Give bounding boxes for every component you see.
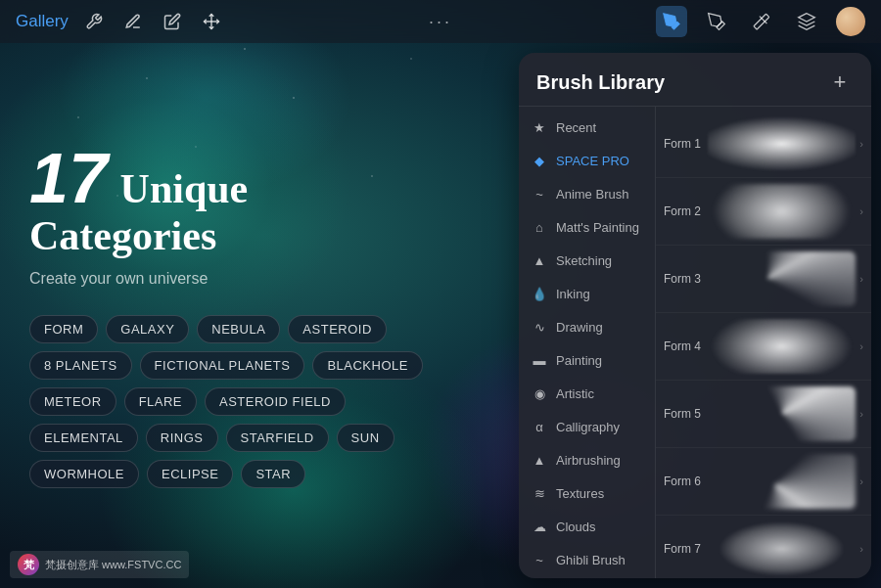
brush-category-matt's-painting[interactable]: ⌂ Matt's Painting	[519, 210, 655, 244]
brush-cat-icon: ⌂	[531, 218, 548, 236]
brush-item[interactable]: Form 5 ›	[656, 381, 871, 448]
watermark-logo: 梵	[18, 554, 39, 575]
headline-number: 17	[29, 139, 108, 217]
tag-item[interactable]: RINGS	[146, 424, 218, 452]
brush-body: ★ Recent ◆ SPACE PRO ~ Anime Brush ⌂ Mat…	[519, 107, 871, 578]
brush-cat-label: Anime Brush	[556, 187, 628, 202]
brush-category-recent[interactable]: ★ Recent	[519, 111, 655, 144]
brush-item[interactable]: Form 7 ›	[656, 516, 871, 578]
brush-cat-label: Painting	[556, 353, 602, 368]
brush-category-painting[interactable]: ▬ Painting	[519, 343, 655, 377]
tag-item[interactable]: ELEMENTAL	[29, 424, 138, 452]
brush-label: Form 6	[664, 475, 708, 488]
svg-marker-3	[799, 14, 815, 22]
brush-cat-label: Clouds	[556, 520, 595, 534]
brush-item[interactable]: Form 4 ›	[656, 313, 871, 381]
tag-item[interactable]: METEOR	[29, 387, 116, 416]
tag-item[interactable]: BLACKHOLE	[312, 351, 423, 380]
tag-item[interactable]: ASTEROID FIELD	[205, 387, 346, 416]
pencil-active-icon[interactable]	[656, 6, 687, 37]
brush-preview	[708, 521, 856, 576]
topbar-left: Gallery	[16, 8, 225, 35]
selection-icon[interactable]	[159, 8, 186, 35]
more-options[interactable]: ···	[429, 12, 452, 32]
brush-item[interactable]: Form 6 ›	[656, 448, 871, 516]
brush-cat-icon: ◆	[531, 152, 548, 169]
topbar-right	[656, 6, 865, 37]
tag-item[interactable]: 8 PLANETS	[29, 351, 132, 380]
tag-item[interactable]: NEBULA	[197, 315, 280, 343]
brush-cat-icon: 💧	[531, 285, 548, 302]
brush-preview	[708, 386, 856, 441]
tag-item[interactable]: GALAXY	[106, 315, 189, 343]
left-panel: 17 Unique Categories Create your own uni…	[0, 43, 460, 588]
tag-item[interactable]: FORM	[29, 315, 98, 343]
brush-preview	[708, 454, 856, 509]
brush-category-space-pro[interactable]: ◆ SPACE PRO	[519, 144, 655, 177]
brush-category-drawing[interactable]: ∿ Drawing	[519, 310, 655, 343]
gallery-button[interactable]: Gallery	[16, 12, 69, 31]
brush-item[interactable]: Form 1 ›	[656, 111, 871, 178]
brush-cat-label: Calligraphy	[556, 420, 620, 434]
brush-cat-label: Ghibli Brush	[556, 553, 626, 567]
brush-preview	[708, 116, 856, 171]
brush-label: Form 4	[664, 339, 708, 353]
brush-item[interactable]: Form 3 ›	[656, 246, 871, 313]
brush-label: Form 1	[664, 137, 708, 151]
tag-item[interactable]: SUN	[337, 424, 394, 452]
brush-cat-icon: ▬	[531, 351, 548, 369]
brush-preview	[708, 184, 856, 239]
brush-cat-label: Sketching	[556, 253, 612, 268]
brush-category-calligraphy[interactable]: α Calligraphy	[519, 410, 655, 443]
brush-cat-icon: ▲	[531, 251, 548, 269]
tag-item[interactable]: FICTIONAL PLANETS	[140, 351, 305, 380]
brush-cat-label: Textures	[556, 486, 604, 501]
tag-item[interactable]: WORMHOLE	[29, 460, 139, 488]
brush-preview	[708, 319, 856, 374]
brush-cat-icon: ∿	[531, 318, 548, 336]
main-content: 17 Unique Categories Create your own uni…	[0, 43, 881, 588]
brush-cat-icon: ▲	[531, 451, 548, 469]
watermark-text: 梵摄创意库 www.FSTVC.CC	[45, 558, 181, 572]
brush-category-clouds[interactable]: ☁ Clouds	[519, 510, 655, 543]
transform-icon[interactable]	[198, 8, 225, 35]
brush-category-ghibli-brush[interactable]: ~ Ghibli Brush	[519, 543, 655, 576]
tag-item[interactable]: FLARE	[124, 387, 197, 416]
eraser-icon[interactable]	[746, 6, 777, 37]
brush-category-anime-brush[interactable]: ~ Anime Brush	[519, 177, 655, 210]
brush-category-inking[interactable]: 💧 Inking	[519, 277, 655, 310]
tag-item[interactable]: ASTEROID	[288, 315, 386, 343]
brush-category-sketching[interactable]: ▲ Sketching	[519, 244, 655, 277]
brush-cat-label: Artistic	[556, 386, 594, 401]
brush-cat-label: SPACE PRO	[556, 154, 629, 168]
svg-point-2	[670, 20, 672, 23]
chevron-icon: ›	[859, 205, 863, 217]
tag-item[interactable]: ECLIPSE	[147, 460, 233, 488]
brush-cat-icon: ★	[531, 118, 548, 136]
subtitle: Create your own universe	[29, 270, 431, 288]
tag-item[interactable]: STARFIELD	[226, 424, 329, 452]
brush-item[interactable]: Form 2 ›	[656, 178, 871, 246]
smudge-icon[interactable]	[701, 6, 732, 37]
brush-sidebar: ★ Recent ◆ SPACE PRO ~ Anime Brush ⌂ Mat…	[519, 107, 656, 578]
layers-icon[interactable]	[791, 6, 822, 37]
tag-item[interactable]: STAR	[241, 460, 305, 488]
brush-category-juji[interactable]: ◆ JUJI	[519, 576, 655, 578]
brush-cat-icon: ≋	[531, 484, 548, 502]
brush-label: Form 2	[664, 204, 708, 218]
brush-cat-icon: ☁	[531, 518, 548, 535]
brush-add-button[interactable]: +	[826, 68, 854, 96]
brush-cat-icon: ~	[531, 551, 548, 568]
tags-container: FORMGALAXYNEBULAASTEROID8 PLANETSFICTION…	[29, 315, 431, 488]
avatar[interactable]	[836, 7, 865, 36]
brush-cat-label: Recent	[556, 120, 596, 135]
adjust-icon[interactable]	[119, 8, 147, 35]
brush-category-artistic[interactable]: ◉ Artistic	[519, 377, 655, 410]
brush-category-textures[interactable]: ≋ Textures	[519, 476, 655, 510]
brush-cat-label: Drawing	[556, 320, 603, 335]
chevron-icon: ›	[859, 408, 863, 420]
brush-label: Form 7	[664, 542, 708, 556]
wrench-icon[interactable]	[80, 8, 108, 35]
brush-category-airbrushing[interactable]: ▲ Airbrushing	[519, 443, 655, 476]
brush-cat-label: Airbrushing	[556, 453, 621, 468]
